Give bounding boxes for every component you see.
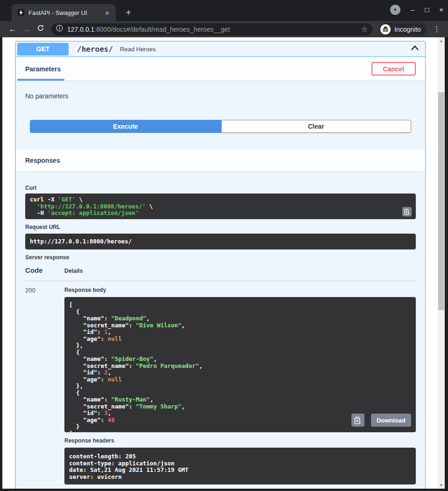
minimize-button[interactable]: – bbox=[411, 5, 414, 15]
execute-button[interactable]: Execute bbox=[30, 120, 221, 133]
server-response-label: Server response bbox=[25, 254, 416, 261]
curl-label: Curl bbox=[25, 185, 416, 191]
no-parameters-text: No parameters bbox=[16, 81, 425, 100]
details-column-header: Details bbox=[64, 266, 83, 274]
scroll-down-icon[interactable]: ▼ bbox=[438, 482, 445, 489]
incognito-badge: Incognito bbox=[379, 23, 427, 36]
url-host: 127.0.0.1 bbox=[67, 26, 94, 33]
browser-window: FastAPI - Swagger UI × + ▼ – □ × ← → 127… bbox=[0, 0, 448, 491]
responses-body: Curl curl -X 'GET' \ 'http://127.0.0.1:8… bbox=[16, 172, 425, 489]
responses-table-head: Code Details bbox=[25, 266, 416, 281]
page-scrollbar[interactable]: ▲ ▼ bbox=[438, 37, 445, 489]
maximize-button[interactable]: □ bbox=[425, 5, 429, 15]
browser-titlebar: FastAPI - Swagger UI × + ▼ – □ × bbox=[0, 0, 448, 21]
url-text[interactable]: 127.0.0.1:8000/docs#/default/read_heroes… bbox=[67, 26, 357, 33]
endpoint-path: /heroes/ bbox=[77, 45, 113, 54]
active-tab-indicator bbox=[17, 79, 64, 81]
fastapi-favicon-icon bbox=[17, 9, 25, 16]
swagger-page: GET /heroes/ Read Heroes Parameters Canc… bbox=[2, 37, 445, 489]
endpoint-summary: Read Heroes bbox=[120, 46, 410, 53]
download-button[interactable]: Download bbox=[371, 414, 411, 427]
copy-response-button[interactable] bbox=[351, 414, 364, 427]
response-body-json: [ { "name": "Deadpond", "secret_name": "… bbox=[64, 297, 416, 432]
site-info-icon[interactable] bbox=[56, 25, 63, 34]
browser-toolbar: ← → 127.0.0.1:8000/docs#/default/read_he… bbox=[0, 21, 448, 37]
incognito-label: Incognito bbox=[394, 26, 421, 33]
request-url-label: Request URL bbox=[25, 224, 416, 230]
new-tab-button[interactable]: + bbox=[122, 7, 134, 19]
responses-header: Responses bbox=[16, 149, 425, 172]
response-row-200: 200 Response body [ { "name": "Deadpond"… bbox=[25, 287, 416, 484]
parameters-header: Parameters Cancel bbox=[16, 57, 425, 81]
http-method-badge: GET bbox=[17, 43, 69, 55]
forward-icon[interactable]: → bbox=[20, 25, 34, 34]
response-headers-label: Response headers bbox=[64, 437, 416, 444]
execute-row: Execute Clear bbox=[30, 120, 411, 133]
tab-title: FastAPI - Swagger UI bbox=[28, 9, 102, 16]
code-column-header: Code bbox=[25, 266, 64, 274]
tab-parameters[interactable]: Parameters bbox=[25, 65, 371, 73]
back-icon[interactable]: ← bbox=[6, 25, 20, 34]
responses-title: Responses bbox=[25, 157, 60, 164]
opblock-get-heroes: GET /heroes/ Read Heroes Parameters Canc… bbox=[15, 41, 426, 489]
url-path: :8000/docs#/default/read_heroes_heroes__… bbox=[94, 26, 230, 33]
browser-tab[interactable]: FastAPI - Swagger UI × bbox=[12, 4, 116, 21]
close-button[interactable]: × bbox=[439, 5, 443, 15]
cancel-button[interactable]: Cancel bbox=[371, 62, 416, 76]
status-code: 200 bbox=[25, 287, 64, 484]
response-body-label: Response body bbox=[64, 287, 416, 293]
clear-button[interactable]: Clear bbox=[221, 120, 411, 133]
incognito-spy-icon bbox=[380, 24, 391, 35]
response-headers-block: content-length: 205content-type: applica… bbox=[64, 448, 416, 484]
collapse-chevron-icon[interactable] bbox=[410, 44, 420, 54]
curl-command: curl -X 'GET' \ 'http://127.0.0.1:8000/h… bbox=[25, 194, 416, 219]
browser-menu-icon[interactable]: ⋮ bbox=[432, 25, 441, 34]
scroll-up-icon[interactable]: ▲ bbox=[438, 37, 445, 44]
url-bar[interactable]: 127.0.0.1:8000/docs#/default/read_heroes… bbox=[51, 23, 372, 35]
bookmark-star-icon[interactable]: ☆ bbox=[357, 25, 368, 34]
scrollbar-thumb[interactable] bbox=[438, 92, 444, 310]
copy-curl-button[interactable] bbox=[402, 207, 412, 216]
tab-search-icon[interactable]: ▼ bbox=[390, 5, 400, 15]
request-url-value: http://127.0.0.1:8000/heroes/ bbox=[25, 234, 416, 249]
opblock-header[interactable]: GET /heroes/ Read Heroes bbox=[16, 41, 425, 57]
reload-icon[interactable] bbox=[34, 24, 48, 34]
tab-close-icon[interactable]: × bbox=[102, 9, 112, 17]
